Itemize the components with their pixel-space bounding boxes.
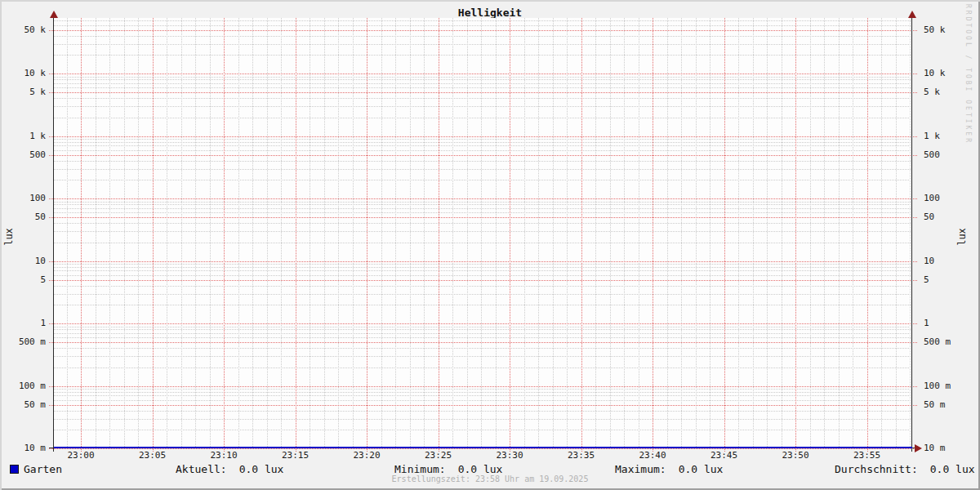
y-axis-right-line xyxy=(911,15,912,452)
gridline-major-v xyxy=(581,18,582,452)
y-axis-left-line xyxy=(53,15,54,452)
gridline-minor-v xyxy=(710,18,710,448)
stat-durchschnitt: Durchschnitt:0.0 lux xyxy=(835,463,975,475)
chart-title: Helligkeit xyxy=(0,7,980,19)
gridline-minor-h xyxy=(54,243,912,243)
y-tick-label: 50 m xyxy=(924,400,946,410)
y-tick-label: 5 k xyxy=(3,87,46,97)
gridline-major-v xyxy=(296,18,296,452)
gridline-major-v xyxy=(867,18,868,452)
gridline-minor-v xyxy=(496,18,497,448)
stat-durchschnitt-label: Durchschnitt: xyxy=(835,463,918,475)
stat-aktuell-label: Aktuell: xyxy=(176,463,227,475)
gridline-minor-h xyxy=(54,20,912,21)
y-tick-label: 5 xyxy=(3,275,46,285)
stat-durchschnitt-value: 0.0 lux xyxy=(930,463,975,475)
gridline-minor-h xyxy=(54,231,912,232)
gridline-minor-v xyxy=(624,18,625,448)
x-tick-label: 23:35 xyxy=(564,451,599,461)
gridline-minor-h xyxy=(54,169,912,170)
gridline-minor-v xyxy=(538,18,539,448)
y-tick-label: 100 m xyxy=(3,381,46,391)
gridline-major-h xyxy=(49,261,917,262)
gridline-minor-h xyxy=(54,223,912,224)
gridline-major-h xyxy=(49,386,917,387)
stat-minimum: Minimum:0.0 lux xyxy=(394,463,502,475)
y-tick-label: 5 k xyxy=(924,87,940,97)
gridline-minor-v xyxy=(395,18,396,448)
stat-aktuell-value: 0.0 lux xyxy=(239,463,284,475)
gridline-major-h xyxy=(49,448,917,449)
y-tick-label: 10 m xyxy=(3,443,46,453)
gridline-minor-h xyxy=(54,400,912,401)
y-tick-label: 10 xyxy=(924,256,934,266)
gridline-minor-v xyxy=(524,18,525,448)
stat-maximum-label: Maximum: xyxy=(615,463,666,475)
gridline-minor-h xyxy=(54,55,912,56)
gridline-major-v xyxy=(81,18,82,452)
x-tick-label: 23:50 xyxy=(777,451,813,461)
gridline-minor-v xyxy=(124,18,125,448)
y-tick-label: 100 xyxy=(3,194,46,203)
gridline-minor-h xyxy=(54,212,912,213)
gridline-minor-v xyxy=(381,18,382,448)
y-tick-label: 50 m xyxy=(3,400,46,410)
y-tick-label: 50 k xyxy=(3,25,46,35)
rrd-graph-image: Helligkeit RRDTOOL / TOBI OETIKER 50 k10… xyxy=(0,0,980,490)
gridline-minor-v xyxy=(67,18,68,448)
gridline-minor-v xyxy=(839,18,840,448)
gridline-minor-h xyxy=(54,79,912,80)
gridline-minor-h xyxy=(54,270,912,271)
series-line-garten xyxy=(54,447,912,448)
x-tick-label: 23:05 xyxy=(135,451,171,461)
gridline-minor-h xyxy=(54,392,912,393)
gridline-minor-h xyxy=(54,139,912,140)
y-tick-label: 50 k xyxy=(924,25,946,35)
gridline-major-v xyxy=(439,18,439,452)
gridline-major-h xyxy=(49,342,917,343)
gridline-minor-v xyxy=(910,18,911,448)
gridline-minor-h xyxy=(54,395,912,396)
y-tick-label: 50 xyxy=(924,212,934,222)
gridline-major-h xyxy=(49,92,917,93)
gridline-minor-v xyxy=(109,18,110,448)
gridline-major-v xyxy=(795,18,796,452)
gridline-minor-h xyxy=(54,333,912,334)
gridline-minor-h xyxy=(54,294,912,295)
stat-aktuell: Aktuell:0.0 lux xyxy=(176,463,283,475)
gridline-minor-h xyxy=(54,83,912,84)
y-tick-label: 500 xyxy=(924,150,940,160)
gridline-minor-v xyxy=(138,18,139,448)
gridline-minor-v xyxy=(481,18,482,448)
gridline-minor-v xyxy=(782,18,782,448)
gridline-major-v xyxy=(724,18,725,452)
stat-maximum-value: 0.0 lux xyxy=(679,463,724,475)
y-axis-right-arrow-icon xyxy=(908,11,916,18)
gridline-major-h xyxy=(49,74,917,74)
y-tick-label: 1 xyxy=(924,318,929,328)
gridline-minor-v xyxy=(310,18,310,448)
gridline-minor-h xyxy=(54,389,912,390)
gridline-minor-v xyxy=(338,18,339,448)
x-tick-label: 23:55 xyxy=(849,451,885,461)
gridline-minor-h xyxy=(54,142,912,143)
legend-series-label: Garten xyxy=(24,463,62,475)
gridline-minor-v xyxy=(210,18,211,448)
gridline-minor-h xyxy=(54,161,912,162)
y-tick-label: 500 m xyxy=(3,337,46,347)
gridline-minor-h xyxy=(54,150,912,151)
y-axis-left-arrow-icon xyxy=(50,11,58,18)
gridline-minor-h xyxy=(54,411,912,412)
gridline-minor-h xyxy=(54,267,912,268)
y-axis-unit-left: lux xyxy=(3,212,15,261)
gridline-major-h xyxy=(49,136,917,137)
y-tick-label: 1 k xyxy=(924,131,940,141)
gridline-minor-h xyxy=(54,25,912,26)
y-tick-label: 10 k xyxy=(3,69,46,78)
gridline-minor-h xyxy=(54,356,912,357)
gridline-minor-h xyxy=(54,286,912,287)
stat-minimum-label: Minimum: xyxy=(394,463,446,475)
gridline-minor-h xyxy=(54,305,912,305)
gridline-minor-v xyxy=(410,18,411,448)
gridline-minor-v xyxy=(881,18,882,448)
